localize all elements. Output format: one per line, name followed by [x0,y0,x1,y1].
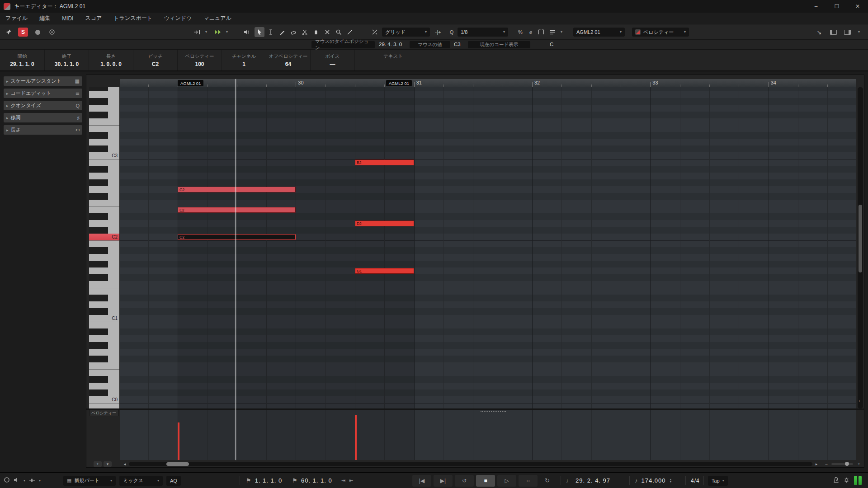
piano-key[interactable] [89,389,119,396]
open-lower-zone-button[interactable]: ↘ [814,27,824,37]
piano-keyboard[interactable]: C3C2C1C0 [89,87,119,408]
piano-key[interactable]: C1 [89,315,119,322]
right-zone-toggle-button[interactable] [842,27,852,37]
menu-item-0[interactable]: ファイル [5,14,28,22]
piano-key[interactable] [89,200,119,206]
param-field-3[interactable]: ピッチC2 [133,50,177,70]
piano-key[interactable] [89,166,119,173]
event-colors-dropdown[interactable]: ベロシティー▾ [632,28,689,37]
piano-key[interactable] [89,159,119,166]
record-button[interactable]: ○ [519,475,538,487]
pin-button[interactable] [4,27,14,37]
piano-key[interactable] [89,227,119,234]
autoscroll-button[interactable] [213,27,223,37]
piano-key[interactable] [89,254,119,261]
aq-button[interactable]: AQ [166,476,181,486]
param-field-6[interactable]: オフベロシティー64 [266,50,310,70]
autoscroll-options-button[interactable]: ▾ [224,27,230,37]
left-locator-value[interactable]: 1. 1. 1. 0 [255,477,283,484]
param-field-5[interactable]: チャンネル1 [222,50,266,70]
part-end-label[interactable]: AGML2 01 [386,80,412,86]
piano-key[interactable] [89,342,119,349]
piano-key[interactable] [89,403,119,408]
hzoom-slider[interactable] [831,463,853,465]
cycle-button[interactable]: ↺ [455,475,474,487]
horizontal-scroll-thumb[interactable] [166,462,189,466]
audition-speaker-icon[interactable] [14,477,20,484]
vertical-scrollbar[interactable] [858,87,863,408]
velocity-bar-C2[interactable] [178,422,179,460]
tool-zoom-button[interactable] [334,27,344,37]
piano-key[interactable] [89,98,119,105]
jog-icon[interactable]: ↻ [545,477,550,484]
piano-key[interactable] [89,328,119,335]
tool-object-selection-button[interactable] [255,27,264,37]
piano-key[interactable] [89,112,119,118]
time-format-icon[interactable]: ♩ [566,477,572,484]
hzoom-out-button[interactable]: – [823,461,830,467]
step-input-options-button[interactable]: ▾ [203,27,209,37]
midi-note-G2[interactable]: G2 [178,187,296,192]
velocity-lane[interactable] [120,410,856,460]
piano-key[interactable] [89,91,119,98]
step-input-button[interactable] [192,27,202,37]
piano-key[interactable] [89,206,119,213]
scroll-left-arrow[interactable]: ◂ [122,461,128,467]
tool-line-button[interactable] [345,27,355,37]
time-signature-value[interactable]: 4/4 [691,478,700,484]
inspector-section-3[interactable]: ▸移調♯ [4,113,82,122]
right-locator-value[interactable]: 60. 1. 1. 0 [301,477,332,484]
midi-note-G1[interactable]: G1 [355,268,414,274]
hzoom-in-button[interactable]: + [856,461,862,467]
inspector-section-1[interactable]: ▸コードエディット≣ [4,89,82,98]
part-options-button[interactable]: ▾ [559,27,564,37]
snap-button[interactable] [370,27,380,37]
metronome-icon[interactable] [833,477,839,484]
go-to-next-marker-button[interactable]: ▶| [434,475,453,487]
menu-item-3[interactable]: スコア [85,14,102,22]
menu-item-1[interactable]: 編集 [39,14,50,22]
piano-key[interactable] [89,383,119,389]
midi-note-E2[interactable]: E2 [178,207,296,213]
param-field-8[interactable]: テキスト [354,50,431,70]
piano-key[interactable] [89,105,119,112]
activate-icon[interactable] [4,477,10,484]
part-start-label[interactable]: AGML2 01 [178,80,203,86]
record-in-editor-button[interactable] [33,27,42,37]
quantize-apply-button[interactable]: Q [447,27,457,37]
piano-key[interactable]: C0 [89,396,119,403]
piano-key[interactable] [89,335,119,342]
piano-key[interactable] [89,369,119,376]
audition-volume-icon[interactable] [29,477,35,484]
lane-presets-button[interactable]: ▾ [104,461,112,467]
tool-draw-button[interactable] [277,27,287,37]
piano-key[interactable] [89,274,119,281]
midi-note-C2[interactable]: C2 [178,234,296,240]
solo-button[interactable]: S [18,28,28,37]
chevron-down-icon[interactable]: ▾ [39,479,41,483]
tool-split-button[interactable] [300,27,310,37]
edit-active-part-button[interactable] [547,27,557,37]
menu-item-5[interactable]: ウィンドウ [164,14,192,22]
piano-key[interactable] [89,356,119,362]
piano-key[interactable] [89,179,119,186]
close-button[interactable]: ✕ [847,0,868,13]
left-locator-flag-icon[interactable]: ⚑ [246,477,251,484]
punch-out-icon[interactable]: ⇤ [349,478,353,483]
lane-resize-handle[interactable] [481,411,506,412]
piano-key[interactable] [89,173,119,179]
active-part-dropdown[interactable]: AGML2 01▾ [573,28,625,37]
tool-trim-button[interactable] [266,27,276,37]
piano-key[interactable] [89,261,119,267]
acoustic-playback-button[interactable] [242,27,252,37]
piano-key[interactable] [89,240,119,247]
tap-tempo-button[interactable]: Tap▾ [708,476,728,486]
horizontal-scrollbar[interactable] [129,462,812,466]
insert-mode-dropdown[interactable]: ▦新規パート▾ [63,476,116,486]
param-field-7[interactable]: ボイス— [310,50,354,70]
playhead-cursor[interactable] [236,79,236,460]
add-controller-lane-button[interactable]: + [94,461,102,467]
piano-key[interactable] [89,288,119,295]
piano-key[interactable] [89,87,119,91]
piano-key[interactable]: C2 [89,234,119,240]
